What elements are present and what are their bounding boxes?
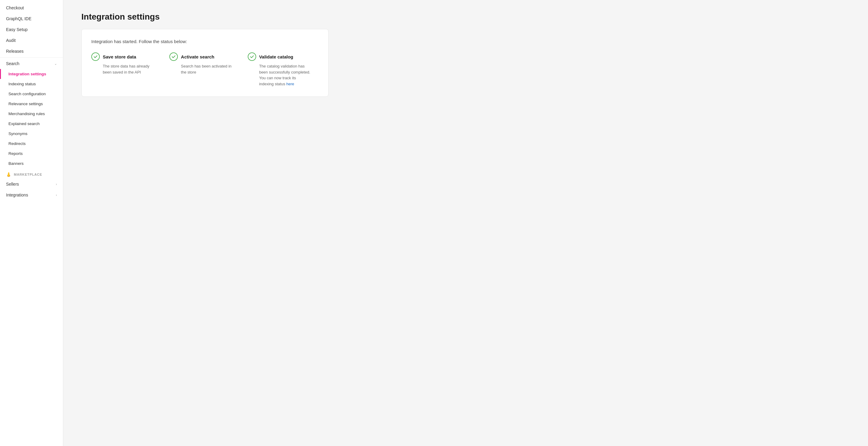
sidebar-sub-item-indexing-status[interactable]: Indexing status <box>0 79 63 89</box>
sidebar-item-graphql-ide[interactable]: GraphQL IDE <box>0 13 63 24</box>
step-desc-validate: The catalog validation has been successf… <box>248 63 311 87</box>
steps-row: Save store data The store data has alrea… <box>91 53 318 87</box>
sidebar-item-releases[interactable]: Releases <box>0 46 63 57</box>
marketplace-icon: 👃 <box>6 172 11 177</box>
sidebar-item-checkout[interactable]: Checkout <box>0 2 63 13</box>
sidebar-item-audit[interactable]: Audit <box>0 35 63 46</box>
sidebar-sub-item-explained-search[interactable]: Explained search <box>0 119 63 129</box>
sidebar-sub-item-search-configuration[interactable]: Search configuration <box>0 89 63 99</box>
sidebar-sub-item-redirects[interactable]: Redirects <box>0 139 63 149</box>
step-header-validate: Validate catalog <box>248 53 311 61</box>
divider <box>0 57 63 58</box>
sidebar-item-search[interactable]: Search ⌄ <box>0 58 63 69</box>
chevron-right-icon: › <box>56 193 57 197</box>
step-icon-save <box>91 53 100 61</box>
sidebar-item-sellers[interactable]: Sellers › <box>0 179 63 190</box>
sidebar: Checkout GraphQL IDE Easy Setup Audit Re… <box>0 0 63 446</box>
sidebar-item-easy-setup[interactable]: Easy Setup <box>0 24 63 35</box>
sidebar-sub-item-merchandising-rules[interactable]: Merchandising rules <box>0 109 63 119</box>
sidebar-sub-item-banners[interactable]: Banners <box>0 159 63 168</box>
step-title-validate: Validate catalog <box>259 54 293 59</box>
step-header-activate: Activate search <box>169 53 233 61</box>
step-desc-activate: Search has been activated in the store <box>169 63 233 75</box>
step-title-activate: Activate search <box>181 54 214 59</box>
page-title: Integration settings <box>82 12 850 22</box>
sidebar-sub-item-relevance-settings[interactable]: Relevance settings <box>0 99 63 109</box>
integration-card: Integration has started. Follow the stat… <box>82 29 329 97</box>
sidebar-sub-item-synonyms[interactable]: Synonyms <box>0 129 63 139</box>
step-title-save: Save store data <box>103 54 136 59</box>
sidebar-item-integrations[interactable]: Integrations › <box>0 190 63 200</box>
step-save-store-data: Save store data The store data has alrea… <box>91 53 162 87</box>
card-intro: Integration has started. Follow the stat… <box>91 39 318 44</box>
marketplace-section-label: 👃 MARKETPLACE <box>0 168 63 179</box>
chevron-down-icon: ⌄ <box>54 62 57 66</box>
step-icon-validate <box>248 53 256 61</box>
step-activate-search: Activate search Search has been activate… <box>162 53 240 87</box>
step-desc-save: The store data has already been saved in… <box>91 63 155 75</box>
chevron-right-icon: › <box>56 182 57 186</box>
sidebar-sub-item-integration-settings[interactable]: Integration settings <box>0 69 63 79</box>
step-header-save: Save store data <box>91 53 155 61</box>
step-icon-activate <box>169 53 178 61</box>
sidebar-sub-item-reports[interactable]: Reports <box>0 149 63 159</box>
indexing-status-link[interactable]: here <box>286 82 294 86</box>
step-validate-catalog: Validate catalog The catalog validation … <box>241 53 318 87</box>
main-content: Integration settings Integration has sta… <box>63 0 868 446</box>
